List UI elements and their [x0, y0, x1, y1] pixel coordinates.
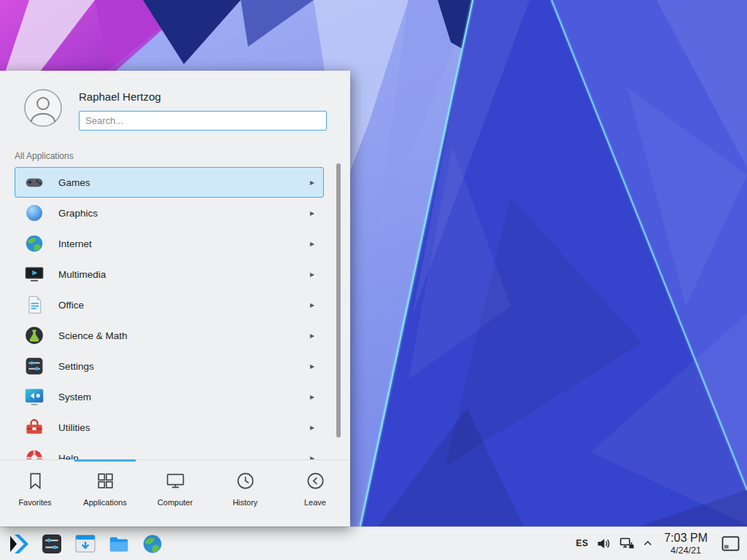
app-launcher-button[interactable]: [7, 533, 29, 555]
category-label: Settings: [58, 361, 310, 372]
tab-label: Favorites: [18, 498, 51, 507]
utilities-icon: [24, 417, 44, 438]
category-list: Games ▸ Graphics ▸: [15, 167, 324, 459]
system-tray: ES 7:03 PM 4/24/21: [576, 532, 747, 556]
pinned-app-files-button[interactable]: [108, 533, 130, 555]
category-label: Graphics: [58, 208, 310, 219]
chevron-right-icon: ▸: [310, 361, 316, 371]
category-help[interactable]: Help ▸: [15, 443, 324, 459]
graphics-icon: [24, 203, 44, 223]
category-utilities[interactable]: Utilities ▸: [15, 412, 324, 443]
category-science-math[interactable]: Science & Math ▸: [15, 320, 324, 351]
category-label: Help: [58, 453, 310, 460]
tab-label: Applications: [83, 498, 126, 507]
tab-label: Leave: [304, 498, 326, 507]
kickoff-menu: Raphael Hertzog All Applications Games ▸: [0, 71, 350, 526]
category-label: System: [58, 392, 310, 402]
header-right: Raphael Hertzog: [79, 89, 327, 131]
category-label: Multimedia: [58, 269, 310, 280]
clock-date: 4/24/21: [664, 545, 708, 556]
system-icon: [24, 386, 44, 407]
category-multimedia[interactable]: Multimedia ▸: [15, 259, 324, 289]
category-games[interactable]: Games ▸: [15, 167, 324, 198]
network-icon[interactable]: [619, 536, 635, 551]
games-icon: [24, 172, 44, 192]
pinned-app-software-button[interactable]: [74, 533, 96, 555]
launcher-tab-bar: Favorites Applications: [0, 459, 350, 526]
category-graphics[interactable]: Graphics ▸: [15, 198, 324, 228]
category-label: Internet: [58, 238, 310, 249]
launcher-header: Raphael Hertzog: [0, 71, 350, 138]
tab-history[interactable]: History: [210, 460, 280, 526]
category-label: Utilities: [58, 422, 310, 433]
multimedia-icon: [24, 264, 44, 284]
chevron-right-icon: ▸: [310, 392, 316, 402]
category-office[interactable]: Office ▸: [15, 289, 324, 320]
category-internet[interactable]: Internet ▸: [15, 228, 324, 259]
tab-label: Computer: [158, 498, 193, 507]
tab-favorites[interactable]: Favorites: [0, 460, 70, 526]
desktop: Raphael Hertzog All Applications Games ▸: [0, 0, 747, 560]
show-desktop-button[interactable]: [721, 536, 740, 551]
volume-icon[interactable]: [596, 536, 611, 551]
expand-tray-button[interactable]: [643, 538, 653, 548]
chevron-right-icon: ▸: [310, 208, 316, 218]
tab-label: History: [233, 498, 258, 507]
chevron-right-icon: ▸: [310, 422, 316, 432]
office-icon: [24, 295, 44, 315]
chevron-right-icon: ▸: [310, 269, 316, 279]
digital-clock[interactable]: 7:03 PM 4/24/21: [661, 532, 711, 556]
science-icon: [24, 325, 44, 346]
leave-icon: [306, 471, 325, 491]
clock-time: 7:03 PM: [664, 532, 708, 545]
taskbar: ES 7:03 PM 4/24/21: [0, 526, 747, 560]
taskbar-left: [0, 533, 163, 555]
pinned-app-tweaks-button[interactable]: [41, 533, 63, 555]
user-name: Raphael Hertzog: [79, 90, 327, 103]
category-system[interactable]: System ▸: [15, 381, 324, 412]
chevron-right-icon: ▸: [310, 238, 316, 249]
list-scrollbar[interactable]: [336, 163, 341, 438]
keyboard-layout-indicator[interactable]: ES: [576, 538, 588, 548]
search-input[interactable]: [79, 111, 327, 131]
chevron-right-icon: ▸: [310, 330, 316, 341]
category-label: Office: [58, 300, 310, 311]
category-label: Science & Math: [58, 330, 310, 341]
settings-icon: [24, 356, 44, 376]
grid-icon: [96, 471, 115, 491]
tab-computer[interactable]: Computer: [140, 460, 210, 526]
internet-icon: [24, 233, 44, 254]
pinned-app-browser-button[interactable]: [142, 533, 163, 555]
user-avatar[interactable]: [24, 89, 62, 127]
chevron-right-icon: ▸: [310, 300, 316, 310]
tab-applications[interactable]: Applications: [70, 460, 140, 526]
help-icon: [24, 448, 44, 459]
monitor-icon: [166, 471, 185, 491]
tab-leave[interactable]: Leave: [280, 460, 350, 526]
clock-icon: [236, 471, 255, 491]
bookmark-icon: [26, 471, 45, 491]
category-label: Games: [58, 177, 310, 188]
chevron-right-icon: ▸: [310, 177, 316, 187]
category-settings[interactable]: Settings ▸: [15, 351, 324, 381]
chevron-right-icon: ▸: [310, 453, 316, 459]
section-label: All Applications: [0, 138, 350, 167]
